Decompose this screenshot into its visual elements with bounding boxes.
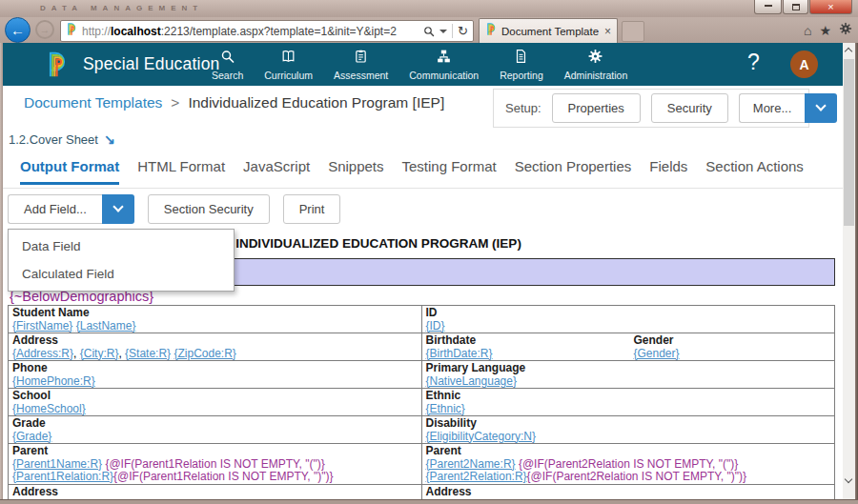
back-button[interactable]: ← [5, 17, 31, 43]
nav-reporting[interactable]: Reporting [489, 43, 554, 86]
more-dropdown[interactable] [805, 93, 837, 123]
field-link[interactable]: {Parent1Relation:R} [12, 470, 113, 483]
field-link[interactable]: {ID} [426, 319, 445, 333]
close-button[interactable]: × [809, 0, 852, 14]
calculated-expression: {@IF(Parent2Relation IS NOT EMPTY, "(")} [519, 457, 738, 471]
search-icon[interactable] [423, 26, 435, 37]
window-border-left [0, 43, 3, 504]
table-row: Phone{HomePhone:R}Primary Language{Nativ… [9, 361, 835, 389]
field-value: {EligibilityCategory:N} [426, 431, 831, 444]
forward-button[interactable]: → [35, 20, 54, 39]
section-link-label: 1.2.Cover Sheet [9, 132, 98, 147]
table-cell: Disability{EligibilityCategory:N} [421, 416, 835, 444]
field-link[interactable]: {EligibilityCategory:N} [426, 430, 536, 443]
field-value: {HomePhone:R} [12, 375, 418, 389]
field-link[interactable]: {Parent2Relation:R} [426, 470, 527, 483]
tab-html-format[interactable]: HTML Format [137, 158, 225, 185]
nav-search[interactable]: Search [201, 43, 254, 86]
nav-communication[interactable]: Communication [398, 43, 489, 86]
field-link[interactable]: {NativeLanguage} [426, 374, 517, 388]
breadcrumb: Document Templates>Individualized Educat… [24, 94, 444, 111]
field-link[interactable]: {Grade} [12, 430, 51, 443]
field-link[interactable]: {Parent1Name:R} [12, 457, 102, 471]
tab-testing-format[interactable]: Testing Format [402, 158, 497, 185]
gear-icon[interactable] [839, 22, 852, 38]
app-header: Special Education SearchCurriculumAssess… [3, 43, 843, 86]
administration-icon [587, 49, 603, 68]
avatar[interactable]: A [790, 50, 818, 78]
print-button[interactable]: Print [283, 194, 341, 224]
breadcrumb-root-link[interactable]: Document Templates [24, 94, 162, 111]
maximize-icon [792, 4, 800, 10]
chevron-down-icon [112, 201, 123, 212]
nav-label: Assessment [334, 70, 388, 81]
editor-toolbar: Add Field... Section Security Print [8, 194, 340, 224]
url-host: localhost [111, 25, 161, 38]
field-link[interactable]: {BirthDate:R} [426, 347, 493, 360]
help-button[interactable]: ? [747, 50, 760, 75]
tab-section-properties[interactable]: Section Properties [515, 158, 632, 185]
tab-title: Document Template Setup ... [501, 26, 600, 37]
properties-button[interactable]: Properties [552, 93, 641, 123]
field-link[interactable]: {LastName} [76, 319, 136, 333]
site-favicon [66, 22, 77, 40]
field-link[interactable]: {HomeSchool} [12, 402, 86, 415]
scroll-down-icon[interactable] [845, 475, 852, 483]
field-label: Phone [12, 362, 418, 375]
field-link[interactable]: {Gender} [634, 347, 680, 360]
menu-item-data-field[interactable]: Data Field [9, 232, 234, 260]
minimize-button[interactable] [754, 0, 782, 14]
table-cell: Ethnic{Ethnic} [421, 389, 835, 416]
security-button[interactable]: Security [651, 93, 728, 123]
tab-close-icon[interactable]: × [604, 25, 611, 38]
nav-assessment[interactable]: Assessment [323, 43, 398, 86]
refresh-icon[interactable]: ↻ [458, 24, 468, 38]
field-link[interactable]: {Parent2Name:R} [426, 457, 516, 471]
field-link[interactable]: {Ethnic} [426, 402, 465, 415]
address-bar-icons: ↻ [423, 24, 468, 38]
setup-label: Setup: [505, 101, 541, 115]
demographics-table: Student Name{FirstName} {LastName}ID{ID}… [8, 305, 835, 499]
back-icon: ← [10, 22, 25, 38]
address-bar[interactable]: http://localhost:2213/template.aspx?temp… [60, 20, 474, 42]
tab-snippets[interactable]: Snippets [328, 158, 383, 185]
field-link[interactable]: {FirstName} [12, 319, 72, 333]
add-field-dropdown[interactable] [102, 194, 134, 224]
more-button[interactable]: More... [739, 93, 837, 123]
table-row: Address{Parent1Street:R} {Parent1City:R}… [9, 484, 835, 499]
setup-panel: Setup: Properties Security More... [493, 89, 809, 128]
tabs-divider [3, 188, 843, 189]
nav-administration[interactable]: Administration [554, 43, 639, 86]
search-dropdown-icon[interactable] [439, 30, 447, 33]
browser-tab[interactable]: Document Template Setup ... × [479, 18, 618, 43]
section-security-button[interactable]: Section Security [148, 194, 270, 224]
section-link[interactable]: 1.2.Cover Sheet↘ [9, 131, 115, 147]
maximize-button[interactable] [783, 0, 808, 14]
table-row: Parent{Parent1Name:R} {@IF(Parent1Relati… [9, 444, 835, 485]
field-link[interactable]: {State:R} [125, 347, 171, 360]
tab-fields[interactable]: Fields [649, 158, 687, 185]
nav-label: Administration [564, 70, 628, 81]
add-field-button[interactable]: Add Field... [8, 194, 134, 224]
field-link[interactable]: {Address:R} [12, 347, 73, 360]
url-scheme: http:// [82, 25, 111, 38]
browser-window: DATA MANAGEMENT × ← → http://localhost:2… [0, 0, 858, 504]
nav-curriculum[interactable]: Curriculum [254, 43, 323, 86]
field-link[interactable]: {HomePhone:R} [12, 374, 95, 388]
tab-section-actions[interactable]: Section Actions [705, 158, 804, 185]
tab-output-format[interactable]: Output Format [20, 158, 119, 185]
scroll-up-icon[interactable] [845, 48, 852, 55]
new-tab-button[interactable] [622, 21, 644, 42]
vertical-scrollbar[interactable] [843, 43, 855, 499]
home-icon[interactable]: ⌂ [804, 23, 811, 38]
field-link[interactable]: {City:R} [80, 347, 119, 360]
field-value: {Parent1Name:R} {@IF(Parent1Relation IS … [12, 458, 418, 484]
window-controls: × [754, 0, 852, 14]
tab-javascript[interactable]: JavaScript [243, 158, 310, 185]
star-icon[interactable]: ★ [819, 23, 831, 38]
scrollbar-thumb[interactable] [844, 59, 854, 226]
minimize-icon [765, 4, 772, 7]
field-link[interactable]: {ZipCode:R} [174, 347, 235, 360]
menu-item-calculated-field[interactable]: Calculated Field [9, 260, 234, 288]
field-value: {Address:R}, {City:R}, {State:R} {ZipCod… [12, 348, 418, 361]
